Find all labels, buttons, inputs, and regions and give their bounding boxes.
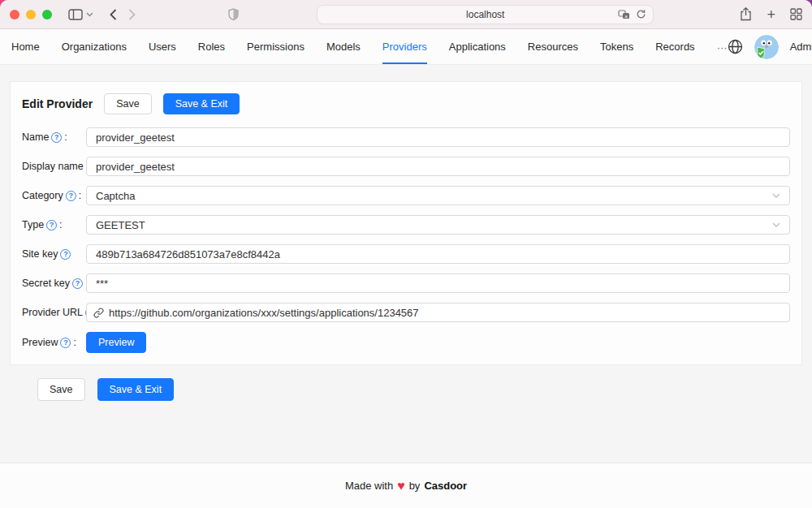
label-colon: : — [73, 337, 76, 348]
back-button[interactable] — [110, 9, 117, 20]
provider-url-label: Provider URL — [22, 307, 83, 318]
nav-tab-models[interactable]: Models — [326, 29, 361, 64]
preview-label: Preview — [22, 337, 58, 348]
form-row-site-key: Site key ? — [22, 244, 790, 264]
page-title: Edit Provider — [22, 97, 93, 110]
nav-more-menu[interactable]: ··· — [717, 29, 728, 64]
help-icon[interactable]: ? — [46, 220, 57, 230]
nav-tab-roles[interactable]: Roles — [198, 29, 225, 64]
new-tab-icon[interactable]: + — [767, 7, 775, 22]
sidebar-chevron-icon[interactable] — [86, 12, 93, 17]
form-row-preview: Preview ? : Preview — [22, 332, 790, 353]
save-button-bottom[interactable]: Save — [37, 378, 85, 401]
browser-chrome: localhost a + — [0, 0, 812, 29]
sidebar-toggle-icon[interactable] — [68, 9, 83, 20]
save-exit-button-bottom[interactable]: Save & Exit — [97, 378, 175, 401]
display-name-input[interactable] — [86, 157, 790, 176]
save-button-top[interactable]: Save — [104, 93, 152, 114]
link-icon — [93, 308, 104, 318]
form-row-type: Type ? : GEETEST — [22, 215, 790, 235]
name-input[interactable] — [86, 127, 790, 147]
tab-overview-icon[interactable] — [790, 8, 802, 20]
page-footer: Made with ♥ by Casdoor — [0, 463, 812, 508]
secret-key-input[interactable] — [86, 273, 790, 293]
help-icon[interactable]: ? — [60, 249, 71, 260]
type-select[interactable]: GEETEST — [86, 215, 790, 235]
provider-url-value: https://github.com/organizations/xxx/set… — [109, 307, 419, 319]
form-row-category: Category ? : Captcha — [22, 186, 790, 205]
nav-tab-providers[interactable]: Providers — [382, 29, 427, 64]
site-key-label: Site key — [22, 248, 58, 260]
form-row-secret-key: Secret key ? — [22, 273, 790, 293]
privacy-shield-icon[interactable] — [228, 8, 239, 20]
close-window-button[interactable] — [10, 10, 19, 19]
browser-window: localhost a + Home Organizations — [0, 0, 812, 508]
display-name-label: Display name — [22, 161, 84, 172]
footer-made-with: Made with — [345, 480, 393, 492]
label-colon: : — [64, 131, 67, 143]
chevron-down-icon — [772, 222, 780, 227]
user-menu[interactable]: Admin — [790, 41, 812, 53]
nav-tab-records[interactable]: Records — [655, 29, 694, 64]
nav-tab-home[interactable]: Home — [11, 29, 40, 64]
nav-tabs: Home Organizations Users Roles Permissio… — [11, 29, 728, 64]
secret-key-label: Secret key — [22, 278, 70, 289]
form-row-name: Name ? : — [22, 127, 790, 147]
save-exit-button-top[interactable]: Save & Exit — [163, 93, 240, 114]
label-colon: : — [59, 219, 62, 230]
type-label: Type — [22, 219, 44, 230]
nav-tab-applications[interactable]: Applications — [449, 29, 506, 64]
translate-icon[interactable]: a — [618, 10, 630, 19]
edit-provider-card: Edit Provider Save Save & Exit Name ? : … — [10, 81, 802, 365]
traffic-lights — [10, 10, 52, 19]
label-colon: : — [79, 190, 81, 201]
forward-button[interactable] — [128, 9, 136, 20]
casdoor-link[interactable]: Casdoor — [424, 480, 467, 492]
provider-url-input[interactable]: https://github.com/organizations/xxx/set… — [86, 303, 790, 322]
reload-icon[interactable] — [636, 9, 646, 19]
main-content: Edit Provider Save Save & Exit Name ? : … — [0, 65, 812, 463]
nav-tab-resources[interactable]: Resources — [528, 29, 578, 64]
preview-button[interactable]: Preview — [86, 332, 146, 353]
help-icon[interactable]: ? — [60, 338, 71, 348]
footer-by: by — [409, 480, 421, 492]
form-row-display-name: Display name ? : — [22, 157, 790, 176]
app-navbar: Home Organizations Users Roles Permissio… — [0, 29, 812, 65]
nav-tab-organizations[interactable]: Organizations — [62, 29, 127, 64]
category-label: Category — [22, 190, 63, 201]
share-icon[interactable] — [740, 7, 752, 21]
language-globe-icon[interactable] — [728, 39, 743, 54]
nav-tab-tokens[interactable]: Tokens — [600, 29, 633, 64]
site-key-input[interactable] — [86, 244, 790, 264]
zoom-window-button[interactable] — [42, 10, 52, 19]
nav-tab-permissions[interactable]: Permissions — [247, 29, 304, 64]
category-select-value: Captcha — [96, 190, 135, 202]
heart-icon: ♥ — [397, 480, 405, 493]
help-icon[interactable]: ? — [51, 132, 62, 143]
address-bar-url[interactable]: localhost — [324, 9, 646, 20]
address-bar[interactable]: localhost a — [317, 5, 654, 24]
nav-tab-users[interactable]: Users — [149, 29, 176, 64]
minimize-window-button[interactable] — [26, 10, 36, 19]
help-icon[interactable]: ? — [66, 191, 76, 201]
chevron-down-icon — [772, 193, 780, 198]
name-label: Name — [22, 131, 49, 143]
user-name: Admin — [790, 41, 812, 53]
category-select[interactable]: Captcha — [86, 186, 790, 205]
form-row-provider-url: Provider URL ? : https://github.com/orga… — [22, 303, 790, 322]
user-avatar[interactable] — [754, 35, 779, 59]
type-select-value: GEETEST — [96, 219, 145, 231]
help-icon[interactable]: ? — [72, 278, 83, 289]
